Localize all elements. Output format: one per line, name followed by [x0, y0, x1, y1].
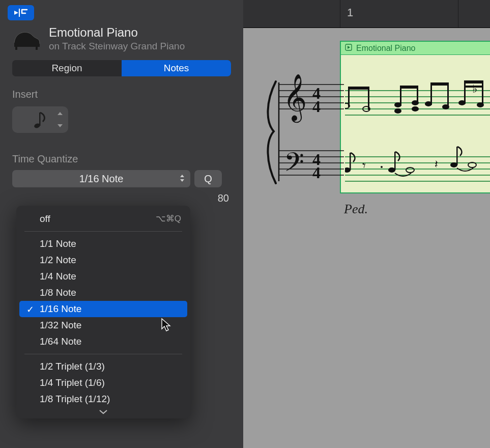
svg-point-33: [412, 106, 419, 111]
menu-item[interactable]: 1/64 Note: [16, 333, 190, 350]
region-title: Emotional Piano: [49, 25, 185, 40]
score-region-name: Emotional Piano: [356, 44, 416, 53]
menu-item-selected[interactable]: ✓ 1/16 Note: [19, 301, 187, 317]
pedal-marking: Ped.: [344, 202, 368, 217]
region-loop-icon: [345, 44, 352, 53]
chevron-down-icon: [57, 124, 63, 128]
svg-text:4: 4: [312, 84, 321, 102]
music-staff: ♭ 𝄾 𝄽: [345, 75, 490, 213]
svg-point-31: [394, 108, 401, 114]
insert-stepper[interactable]: [57, 111, 64, 128]
svg-rect-3: [36, 46, 38, 50]
score-editor[interactable]: 1 Emotional Piano: [243, 0, 490, 448]
menu-separator: [24, 231, 182, 232]
svg-point-49: [381, 166, 383, 168]
menu-item[interactable]: 1/2 Triplet (1/3): [16, 358, 190, 375]
region-subtitle: on Track Steinway Grand Piano: [49, 41, 185, 52]
svg-point-43: [458, 100, 466, 105]
staff-brace: 𝄞 𝄢 4 4 4 4: [263, 71, 344, 193]
tab-notes[interactable]: Notes: [122, 60, 231, 76]
svg-marker-7: [57, 124, 63, 127]
time-quantize-value: 1/16 Note: [79, 173, 124, 185]
svg-rect-42: [482, 80, 483, 106]
svg-rect-5: [39, 113, 41, 126]
svg-marker-9: [180, 179, 184, 182]
chevron-up-icon: [57, 111, 63, 116]
svg-point-30: [394, 102, 401, 107]
svg-rect-23: [348, 87, 369, 90]
inspector-mode-segmented: Region Notes: [12, 60, 231, 76]
catch-playhead-icon: [13, 8, 28, 17]
svg-text:𝄽: 𝄽: [435, 160, 438, 167]
svg-rect-47: [350, 153, 351, 170]
menu-item[interactable]: 1/2 Note: [16, 252, 190, 268]
svg-rect-55: [456, 147, 458, 165]
catch-playhead-button[interactable]: [8, 5, 34, 20]
svg-rect-28: [400, 86, 418, 89]
svg-rect-51: [394, 152, 396, 170]
menu-item[interactable]: 1/8 Note: [16, 285, 190, 301]
menu-item[interactable]: 1/4 Triplet (1/6): [16, 375, 190, 391]
quantize-strength-value[interactable]: 80: [218, 192, 229, 204]
time-quantize-menu: off ⌥⌘Q 1/1 Note 1/2 Note 1/4 Note 1/8 N…: [16, 206, 190, 418]
svg-text:𝄞: 𝄞: [283, 74, 307, 123]
svg-text:𝄾: 𝄾: [362, 163, 366, 168]
menu-item-off[interactable]: off ⌥⌘Q: [16, 211, 190, 227]
check-icon: ✓: [26, 304, 34, 315]
svg-point-52: [406, 167, 414, 173]
time-quantize-label: Time Quantize: [12, 153, 231, 165]
menu-item[interactable]: 1/4 Note: [16, 268, 190, 285]
popup-arrows-icon: [179, 173, 185, 185]
svg-point-54: [450, 162, 457, 167]
svg-text:♭: ♭: [472, 82, 477, 95]
svg-rect-34: [430, 82, 432, 105]
eighth-note-icon: [33, 109, 48, 130]
menu-shortcut: ⌥⌘Q: [156, 213, 181, 224]
svg-rect-36: [447, 82, 449, 108]
chevron-down-icon: [99, 409, 108, 414]
menu-separator: [24, 354, 182, 354]
svg-text:4: 4: [312, 97, 321, 116]
svg-point-37: [425, 101, 432, 106]
insert-note-value[interactable]: [12, 106, 68, 133]
instrument-icon: [12, 26, 41, 51]
svg-rect-2: [15, 46, 17, 50]
time-quantize-popup[interactable]: 1/16 Note: [12, 170, 190, 187]
ruler-bar-number: 1: [347, 6, 353, 19]
svg-marker-11: [348, 46, 350, 49]
svg-point-50: [388, 167, 395, 173]
svg-marker-6: [57, 112, 63, 115]
svg-point-38: [442, 104, 449, 109]
svg-rect-35: [430, 82, 449, 86]
quantize-button[interactable]: Q: [194, 170, 222, 187]
menu-item[interactable]: 1/8 Triplet (1/12): [16, 391, 190, 407]
svg-text:𝄢: 𝄢: [284, 148, 304, 183]
tab-region[interactable]: Region: [12, 60, 122, 76]
svg-text:4: 4: [312, 163, 321, 182]
ruler[interactable]: 1: [243, 0, 490, 28]
svg-text:4: 4: [312, 150, 321, 169]
insert-label: Insert: [12, 89, 231, 100]
score-region[interactable]: Emotional Piano: [340, 41, 490, 193]
menu-item[interactable]: 1/1 Note: [16, 236, 190, 252]
svg-marker-8: [180, 175, 184, 177]
svg-marker-0: [14, 11, 18, 15]
menu-more[interactable]: [16, 407, 190, 415]
svg-point-44: [477, 102, 484, 107]
menu-item[interactable]: 1/32 Note: [16, 317, 190, 333]
svg-rect-39: [464, 80, 466, 104]
svg-point-32: [412, 100, 419, 105]
